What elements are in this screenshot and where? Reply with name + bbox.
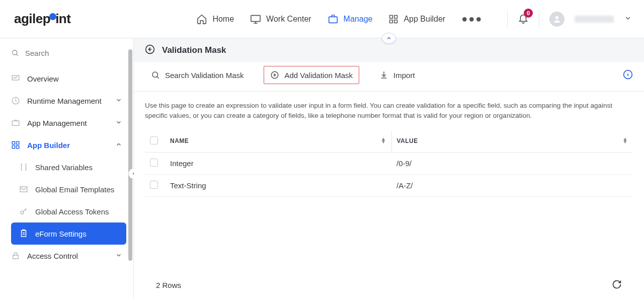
panel-collapse-button[interactable]: [382, 33, 396, 44]
svg-rect-13: [12, 146, 15, 148]
nav-home[interactable]: Home: [196, 11, 234, 28]
brackets-icon: [19, 163, 28, 172]
nav-app-builder-label: App Builder: [404, 15, 445, 24]
toolbar-search[interactable]: Search Validation Mask: [145, 66, 250, 84]
sidebar-sub-tokens[interactable]: Global Access Tokens: [0, 200, 133, 222]
svg-point-16: [21, 211, 24, 214]
toolbar-import[interactable]: Import: [373, 66, 421, 84]
sidebar-label: Access Control: [27, 252, 78, 260]
sidebar-item-overview[interactable]: Overview: [0, 67, 133, 90]
arrow-left-circle-icon: [145, 44, 155, 54]
divider: [539, 10, 539, 28]
chevron-down-icon: [624, 14, 632, 22]
info-button[interactable]: [623, 69, 633, 81]
sidebar-label: Global Access Tokens: [35, 207, 109, 216]
table-row[interactable]: Integer /0-9/: [145, 152, 633, 174]
nav-more[interactable]: ●●●: [461, 13, 482, 25]
toolbar-import-label: Import: [393, 71, 415, 80]
row-count: 2 Rows: [156, 281, 181, 289]
user-name-blur: [575, 16, 614, 23]
sidebar-sub-sharedvars[interactable]: Shared Variables: [0, 156, 133, 178]
sidebar: Overview Runtime Management App Manageme…: [0, 38, 134, 298]
person-icon: [552, 15, 561, 24]
toolbar-search-label: Search Validation Mask: [165, 71, 244, 80]
refresh-button[interactable]: [612, 279, 622, 291]
sidebar-label: Runtime Management: [27, 97, 102, 105]
nav-work-center[interactable]: Work Center: [250, 11, 311, 28]
sidebar-sub-emailtmpl[interactable]: Global Email Templates: [0, 178, 133, 200]
sidebar-search[interactable]: [0, 48, 133, 67]
svg-rect-1: [329, 17, 337, 23]
svg-point-7: [13, 50, 17, 55]
select-all-checkbox[interactable]: [150, 136, 158, 144]
row-checkbox[interactable]: [150, 159, 158, 167]
svg-rect-3: [394, 15, 397, 18]
grid-icon: [388, 14, 398, 24]
nav-manage[interactable]: Manage: [328, 11, 373, 28]
back-button[interactable]: [145, 44, 155, 56]
toolbar-add-label: Add Validation Mask: [284, 71, 353, 80]
sidebar-label: App Management: [27, 119, 87, 127]
nav-app-builder[interactable]: App Builder: [388, 11, 445, 27]
search-icon: [11, 48, 19, 57]
chevron-up-icon: [386, 35, 392, 41]
toolbar: Search Validation Mask Add Validation Ma…: [134, 62, 644, 92]
search-icon: [151, 70, 160, 80]
chevron-down-icon: [115, 252, 122, 260]
body: Overview Runtime Management App Manageme…: [0, 38, 644, 298]
sidebar-item-appbuilder[interactable]: App Builder: [0, 134, 133, 156]
svg-point-6: [555, 16, 558, 19]
monitor-icon: [250, 14, 261, 25]
notifications-button[interactable]: 0: [518, 13, 529, 25]
envelope-icon: [19, 185, 28, 194]
svg-rect-5: [394, 20, 397, 23]
sidebar-label: Global Email Templates: [35, 185, 114, 194]
cell-name: Integer: [165, 152, 391, 174]
cell-value: /A-Z/: [391, 174, 633, 196]
logo-dot-icon: [49, 13, 56, 20]
briefcase-icon: [11, 118, 20, 127]
chevron-up-icon: [115, 141, 122, 150]
col-value[interactable]: VALUE ▲▼: [391, 130, 633, 153]
main: Validation Mask Search Validation Mask A…: [134, 38, 644, 298]
svg-rect-18: [13, 255, 19, 259]
table-row[interactable]: Text-String /A-Z/: [145, 174, 633, 196]
divider: [507, 10, 508, 28]
sidebar-label: Overview: [27, 74, 59, 83]
key-icon: [19, 207, 28, 216]
sidebar-search-input[interactable]: [25, 49, 122, 57]
col-name[interactable]: NAME ▲▼: [165, 130, 391, 153]
toolbar-add[interactable]: Add Validation Mask: [264, 66, 359, 84]
sort-icon: ▲▼: [381, 137, 386, 143]
sidebar-item-accesscontrol[interactable]: Access Control: [0, 245, 133, 267]
content: Use this page to create an expression to…: [134, 92, 644, 298]
svg-rect-12: [17, 141, 19, 144]
grid-icon: [11, 140, 20, 150]
svg-rect-2: [390, 15, 393, 18]
col-name-label: NAME: [170, 137, 189, 144]
main-nav: Home Work Center Manage App Builder ●●●: [196, 11, 482, 28]
svg-rect-14: [17, 146, 19, 148]
svg-rect-4: [390, 20, 393, 23]
lock-icon: [11, 251, 20, 260]
top-right: 0: [507, 10, 632, 28]
row-checkbox[interactable]: [150, 181, 158, 189]
chevron-down-icon: [115, 97, 122, 105]
sort-icon: ▲▼: [623, 137, 628, 143]
page-title: Validation Mask: [162, 45, 226, 55]
plus-circle-icon: [270, 70, 279, 80]
svg-rect-10: [12, 121, 19, 125]
col-value-label: VALUE: [397, 137, 418, 144]
sidebar-item-runtime[interactable]: Runtime Management: [0, 90, 133, 112]
svg-rect-11: [12, 141, 15, 144]
nav-work-center-label: Work Center: [266, 15, 311, 24]
sidebar-label: App Builder: [27, 141, 70, 150]
top-bar: agilepint Home Work Center Manage App Bu…: [0, 0, 644, 38]
info-icon: [623, 69, 633, 80]
app-logo: agilepint: [14, 11, 70, 27]
avatar[interactable]: [549, 12, 565, 27]
sidebar-item-appmgmt[interactable]: App Management: [0, 112, 133, 134]
sidebar-sub-eform[interactable]: eForm Settings: [11, 222, 126, 245]
user-menu-chevron[interactable]: [624, 14, 632, 24]
refresh-icon: [612, 279, 622, 289]
